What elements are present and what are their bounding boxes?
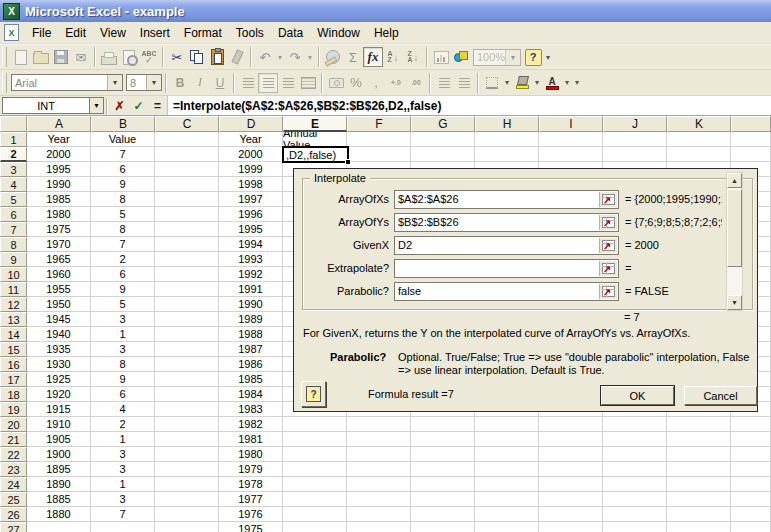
print-button[interactable]: [99, 47, 119, 67]
cell-H23[interactable]: [475, 462, 539, 477]
collapse-dialog-button[interactable]: [599, 261, 617, 276]
drawing-button[interactable]: [451, 47, 471, 67]
cell-D22[interactable]: 1980: [219, 447, 283, 462]
collapse-dialog-button[interactable]: [599, 192, 617, 207]
cell-A12[interactable]: 1950: [27, 297, 91, 312]
cell-I20[interactable]: [539, 417, 603, 432]
row-header-11[interactable]: 11: [0, 282, 27, 297]
cell-J21[interactable]: [603, 432, 667, 447]
cell-A24[interactable]: 1890: [27, 477, 91, 492]
cell-C22[interactable]: [155, 447, 219, 462]
cell-G21[interactable]: [411, 432, 475, 447]
cell-F24[interactable]: [347, 477, 411, 492]
cell-E21[interactable]: [283, 432, 347, 447]
fill-handle[interactable]: [345, 159, 351, 165]
cell-A11[interactable]: 1955: [27, 282, 91, 297]
cell-C8[interactable]: [155, 237, 219, 252]
cell-C9[interactable]: [155, 252, 219, 267]
sort-ascending-button[interactable]: AZ ↓: [383, 47, 403, 67]
cell-F20[interactable]: [347, 417, 411, 432]
cell-L22[interactable]: [731, 447, 771, 462]
underline-button[interactable]: U: [210, 73, 230, 93]
increase-decimal-button[interactable]: +.0: [386, 73, 406, 93]
help-button[interactable]: ?: [523, 47, 543, 67]
menu-item-format[interactable]: Format: [177, 24, 229, 42]
column-header-J[interactable]: J: [603, 116, 667, 132]
cell-D12[interactable]: 1990: [219, 297, 283, 312]
collapse-dialog-button[interactable]: [599, 284, 617, 299]
cell-A19[interactable]: 1915: [27, 402, 91, 417]
cell-A7[interactable]: 1975: [27, 222, 91, 237]
cell-B23[interactable]: 3: [91, 462, 155, 477]
cell-G2[interactable]: [411, 147, 475, 162]
cell-C18[interactable]: [155, 387, 219, 402]
collapse-dialog-button[interactable]: [599, 238, 617, 253]
font-color-button[interactable]: A: [542, 73, 562, 93]
align-left-button[interactable]: [238, 73, 258, 93]
column-header-partial[interactable]: [731, 116, 771, 132]
active-cell-editor[interactable]: ,D2,,false): [282, 146, 349, 163]
font-color-dropdown[interactable]: ▾: [562, 73, 572, 93]
cell-C13[interactable]: [155, 312, 219, 327]
cell-B26[interactable]: 7: [91, 507, 155, 522]
select-all-corner[interactable]: [0, 116, 27, 132]
column-header-K[interactable]: K: [667, 116, 731, 132]
cell-C23[interactable]: [155, 462, 219, 477]
cell-D13[interactable]: 1989: [219, 312, 283, 327]
cell-K1[interactable]: [667, 132, 731, 147]
dialog-field-input[interactable]: false: [394, 282, 619, 301]
italic-button[interactable]: I: [190, 73, 210, 93]
menu-item-help[interactable]: Help: [367, 24, 406, 42]
cell-D24[interactable]: 1978: [219, 477, 283, 492]
cell-E22[interactable]: [283, 447, 347, 462]
cell-C24[interactable]: [155, 477, 219, 492]
cell-C3[interactable]: [155, 162, 219, 177]
cell-L1[interactable]: [731, 132, 771, 147]
toolbar-options-dropdown[interactable]: ▾: [543, 47, 553, 67]
format-painter-button[interactable]: [227, 47, 247, 67]
row-header-18[interactable]: 18: [0, 387, 27, 402]
cell-E27[interactable]: [283, 522, 347, 532]
bold-button[interactable]: B: [170, 73, 190, 93]
cell-B15[interactable]: 3: [91, 342, 155, 357]
cell-B7[interactable]: 8: [91, 222, 155, 237]
cell-A13[interactable]: 1945: [27, 312, 91, 327]
cell-D14[interactable]: 1988: [219, 327, 283, 342]
cell-K21[interactable]: [667, 432, 731, 447]
edit-formula-button[interactable]: =: [148, 97, 167, 114]
scroll-down-button[interactable]: ▼: [727, 295, 742, 310]
cell-D18[interactable]: 1984: [219, 387, 283, 402]
cell-A26[interactable]: 1880: [27, 507, 91, 522]
cell-A14[interactable]: 1940: [27, 327, 91, 342]
cell-C19[interactable]: [155, 402, 219, 417]
cell-L27[interactable]: [731, 522, 771, 532]
cell-H25[interactable]: [475, 492, 539, 507]
cell-J2[interactable]: [603, 147, 667, 162]
cell-K20[interactable]: [667, 417, 731, 432]
cell-D11[interactable]: 1991: [219, 282, 283, 297]
cell-E26[interactable]: [283, 507, 347, 522]
font-size-combobox[interactable]: 8 ▾: [126, 74, 162, 91]
dialog-field-input[interactable]: D2: [394, 236, 619, 255]
row-header-1[interactable]: 1: [0, 132, 27, 147]
cell-C20[interactable]: [155, 417, 219, 432]
cell-B27[interactable]: [91, 522, 155, 532]
cell-K25[interactable]: [667, 492, 731, 507]
enter-entry-button[interactable]: ✓: [129, 97, 148, 114]
cell-D26[interactable]: 1976: [219, 507, 283, 522]
dialog-field-input[interactable]: $A$2:$A$26: [394, 190, 619, 209]
comma-button[interactable]: ,: [366, 73, 386, 93]
cell-D20[interactable]: 1982: [219, 417, 283, 432]
cell-J25[interactable]: [603, 492, 667, 507]
cell-L24[interactable]: [731, 477, 771, 492]
row-header-22[interactable]: 22: [0, 447, 27, 462]
row-header-10[interactable]: 10: [0, 267, 27, 282]
cell-B14[interactable]: 1: [91, 327, 155, 342]
cell-I27[interactable]: [539, 522, 603, 532]
cell-B9[interactable]: 2: [91, 252, 155, 267]
font-combobox[interactable]: Arial ▾: [11, 74, 123, 91]
chart-wizard-button[interactable]: [431, 47, 451, 67]
cell-C10[interactable]: [155, 267, 219, 282]
cell-B8[interactable]: 7: [91, 237, 155, 252]
cell-A6[interactable]: 1980: [27, 207, 91, 222]
